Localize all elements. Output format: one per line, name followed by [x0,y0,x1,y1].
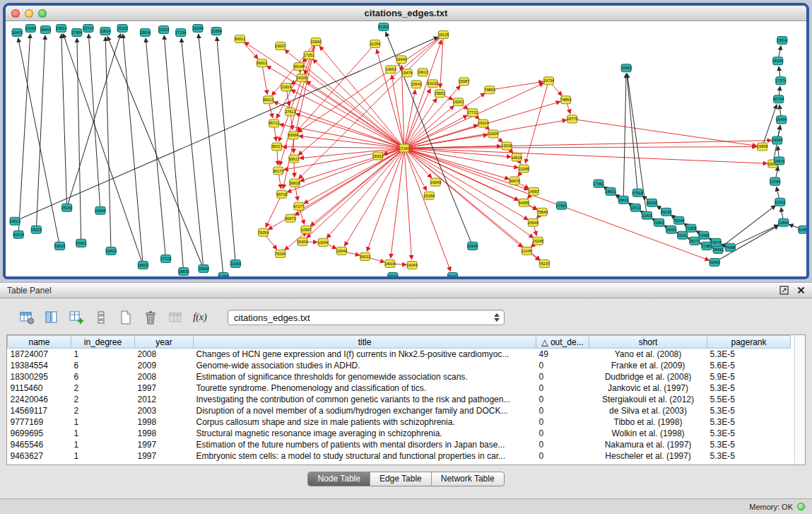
table-cell[interactable]: 0 [536,428,589,439]
graph-edge[interactable] [377,49,404,148]
table-cell[interactable]: 5.5E-5 [707,394,791,405]
table-cell[interactable]: 5.3E-5 [707,382,791,394]
delete-table-icon[interactable] [142,309,159,326]
table-cell[interactable]: Wolkin et al. (1998) [589,428,707,439]
table-cell[interactable]: 0 [536,439,589,450]
graph-edge[interactable] [63,34,143,265]
column-header[interactable]: in_degree [71,336,135,349]
network-window-titlebar[interactable]: citations_edges.txt [6,6,806,21]
tab-node-table[interactable]: Node Table [308,472,370,486]
table-cell[interactable]: 1 [71,349,135,360]
graph-edge[interactable] [285,148,404,250]
graph-edge[interactable] [404,86,460,148]
table-cell[interactable]: 49 [536,349,589,360]
table-options-icon[interactable] [18,309,35,326]
table-cell[interactable]: 0 [536,450,589,462]
graph-edge[interactable] [572,119,757,146]
create-table-icon[interactable] [117,309,134,326]
graph-edge[interactable] [525,81,548,163]
table-cell[interactable]: 1998 [135,428,194,439]
graph-edge[interactable] [107,36,204,269]
table-row[interactable]: 911546021997Tourette syndrome. Phenomeno… [8,382,791,394]
table-cell[interactable]: Genome-wide association studies in ADHD. [194,360,536,371]
graph-edge[interactable] [627,74,637,192]
column-header[interactable]: title [194,336,536,349]
graph-edge[interactable] [18,38,60,246]
table-cell[interactable]: 2008 [135,349,194,360]
table-cell[interactable]: 18300295 [8,371,71,382]
float-panel-icon[interactable] [779,286,789,295]
graph-edge[interactable] [299,35,444,179]
table-cell[interactable]: 2008 [135,371,194,382]
table-cell[interactable]: 1997 [135,450,194,462]
table-cell[interactable]: 9465546 [8,439,71,450]
table-cell[interactable]: 5.3E-5 [707,439,791,450]
graph-edge[interactable] [283,147,404,148]
import-table-icon[interactable] [167,309,184,326]
row-tools-icon[interactable] [93,309,110,326]
graph-edge[interactable] [77,38,81,243]
table-cell[interactable]: Dudbridge et al. (2008) [589,371,707,382]
table-row[interactable]: 977716911998Corpus callosum shape and si… [8,416,791,428]
table-cell[interactable]: 5.3E-5 [707,450,791,462]
graph-edge[interactable] [718,206,775,250]
graph-edge[interactable] [262,63,268,94]
table-cell[interactable]: Structural magnetic resonance image aver… [194,428,536,439]
graph-edge[interactable] [217,37,236,264]
table-cell[interactable]: 22420046 [8,394,71,405]
table-cell[interactable]: 2 [71,394,135,405]
network-view-window[interactable]: citations_edges.txt 17240900121900722660… [3,3,809,279]
column-header[interactable]: pagerank [707,336,791,349]
graph-edge[interactable] [18,34,30,235]
table-cell[interactable]: 2012 [135,394,194,405]
table-select-dropdown[interactable]: citations_edges.txt [228,310,505,325]
table-row[interactable]: 1830029562008Estimation of significance … [8,371,791,382]
graph-edge[interactable] [391,148,404,257]
graph-edge[interactable] [307,81,404,148]
table-cell[interactable]: 9777169 [8,416,71,428]
table-cell[interactable]: 5.3E-5 [707,405,791,416]
table-cell[interactable]: Tourette syndrome. Phenomenology and cla… [194,382,536,394]
graph-edge[interactable] [296,114,404,148]
graph-edge[interactable] [730,225,778,247]
table-cell[interactable]: 6 [71,371,135,382]
graph-edge[interactable] [164,35,184,271]
table-cell[interactable]: Stergiakouli et al. (2012) [589,394,707,405]
graph-edge[interactable] [714,226,779,262]
column-header[interactable]: △ out_de... [536,336,589,349]
table-cell[interactable]: 1998 [135,416,194,428]
network-canvas[interactable]: 1724090012190072266017251991481420066012… [6,21,806,276]
graph-edge[interactable] [490,81,543,90]
table-cell[interactable]: Investigating the contribution of common… [194,394,536,405]
edit-columns-icon[interactable] [68,309,85,326]
table-row[interactable]: 2242004622012Investigating the contribut… [8,394,791,405]
table-cell[interactable]: 14569117 [8,405,71,416]
table-cell[interactable]: 0 [536,371,589,382]
function-builder-icon[interactable]: f(x) [192,309,208,326]
table-cell[interactable]: 1 [71,439,135,450]
table-cell[interactable]: 1997 [135,382,194,394]
table-cell[interactable]: Disruption of a novel member of a sodium… [194,405,536,416]
graph-edge[interactable] [88,34,100,211]
graph-edge[interactable] [307,148,404,238]
table-cell[interactable]: 1 [71,416,135,428]
graph-edge[interactable] [298,35,443,155]
graph-edge[interactable] [146,38,165,259]
table-row[interactable]: 969969511998Structural magnetic resonanc… [8,428,791,439]
table-row[interactable]: 1456911722003Disruption of a novel membe… [8,405,791,416]
table-cell[interactable]: Yano et al. (2008) [589,349,707,360]
table-scrollbar[interactable] [794,335,805,465]
table-cell[interactable]: 5.3E-5 [707,416,791,428]
table-row[interactable]: 946554611997Estimation of the future num… [8,439,791,450]
column-header[interactable]: year [135,336,194,349]
table-cell[interactable]: 5.6E-5 [707,360,791,371]
graph-edge[interactable] [266,194,282,228]
table-cell[interactable]: 19384554 [8,360,71,371]
graph-edge[interactable] [61,34,67,208]
tab-edge-table[interactable]: Edge Table [370,472,432,486]
graph-edge[interactable] [287,148,404,192]
table-cell[interactable]: Estimation of significance thresholds fo… [194,371,536,382]
table-cell[interactable]: 0 [536,394,589,405]
table-row[interactable]: 1872400712008Changes of HCN gene express… [8,349,791,360]
table-cell[interactable]: Jankovic et al. (1997) [589,382,707,394]
